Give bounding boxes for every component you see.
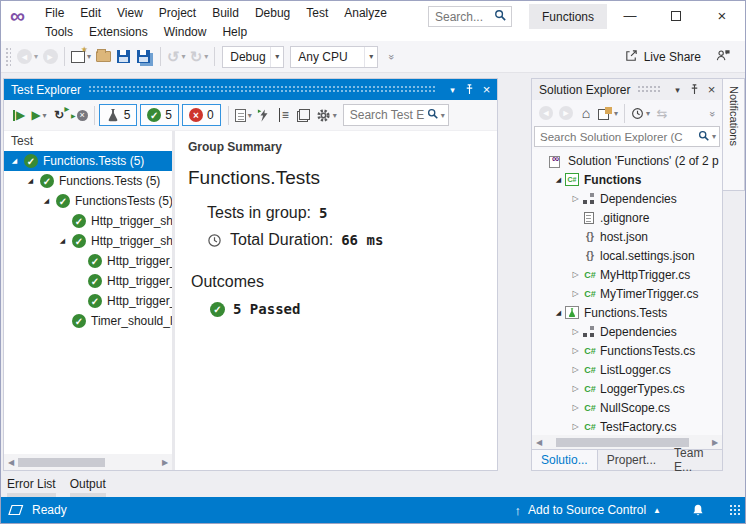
- passed-tests-filter-button[interactable]: ✓ 5: [140, 104, 179, 126]
- new-project-button[interactable]: ▾: [69, 45, 93, 69]
- solution-configuration-dropdown[interactable]: Debug ▾: [222, 46, 284, 68]
- test-explorer-search-box[interactable]: Search Test E ▾: [343, 104, 449, 126]
- scroll-left-icon[interactable]: ◀: [532, 438, 546, 447]
- expander-expanded-icon[interactable]: ◢: [24, 177, 37, 185]
- expander-collapsed-icon[interactable]: ▷: [569, 365, 582, 374]
- toolbar-overflow-button[interactable]: »: [381, 45, 401, 69]
- test-tree-column-header[interactable]: Test: [4, 131, 172, 151]
- maximize-button[interactable]: [653, 1, 699, 30]
- scroll-right-icon[interactable]: ▶: [158, 458, 172, 467]
- close-icon[interactable]: ×: [478, 82, 495, 97]
- solution-platform-dropdown[interactable]: Any CPU ▾: [290, 46, 378, 68]
- switch-views-button[interactable]: ▾: [596, 101, 620, 125]
- show-test-detail-button[interactable]: [294, 103, 314, 127]
- quick-launch-search[interactable]: Search...: [428, 6, 512, 27]
- tree-item[interactable]: ▷Dependencies: [532, 322, 722, 341]
- menu-item-window[interactable]: Window: [156, 23, 215, 41]
- tree-item[interactable]: ∞Solution 'Functions' (2 of 2 p: [532, 151, 722, 170]
- scroll-thumb[interactable]: [556, 438, 689, 447]
- menu-item-tools[interactable]: Tools: [37, 23, 81, 41]
- save-all-button[interactable]: [133, 45, 153, 69]
- navigate-forward-button[interactable]: ►: [40, 45, 60, 69]
- background-tasks-icon[interactable]: [8, 504, 24, 516]
- pin-icon[interactable]: [461, 84, 478, 95]
- expander-collapsed-icon[interactable]: ▷: [569, 346, 582, 355]
- group-by-button[interactable]: ≡: [274, 103, 294, 127]
- expander-collapsed-icon[interactable]: ▷: [569, 327, 582, 336]
- tree-item[interactable]: .gitignore: [532, 208, 722, 227]
- add-to-source-control-button[interactable]: ↑ Add to Source Control ▲: [515, 503, 662, 518]
- run-button[interactable]: ▶▾: [29, 103, 49, 127]
- expander-collapsed-icon[interactable]: ▷: [569, 403, 582, 412]
- tab-solution-explorer[interactable]: Solutio...: [532, 450, 598, 470]
- failed-tests-filter-button[interactable]: × 0: [182, 104, 221, 126]
- total-tests-filter-button[interactable]: 5: [99, 104, 138, 126]
- expander-expanded-icon[interactable]: ◢: [552, 176, 565, 184]
- live-share-button[interactable]: Live Share: [624, 48, 715, 66]
- home-button[interactable]: ⌂: [576, 101, 596, 125]
- scroll-left-icon[interactable]: ◀: [4, 458, 18, 467]
- close-button[interactable]: ×: [699, 1, 745, 30]
- menu-item-help[interactable]: Help: [214, 23, 255, 41]
- tab-team-explorer[interactable]: Team E...: [665, 450, 722, 470]
- tree-item[interactable]: ▷C#ListLogger.cs: [532, 360, 722, 379]
- horizontal-scrollbar[interactable]: ◀ ▶: [4, 454, 172, 470]
- scroll-thumb[interactable]: [18, 458, 105, 467]
- playlist-button[interactable]: ▾: [233, 103, 254, 127]
- toolbar-overflow-button[interactable]: »: [702, 101, 722, 125]
- expander-collapsed-icon[interactable]: ▷: [569, 384, 582, 393]
- menu-item-analyze[interactable]: Analyze: [336, 4, 395, 22]
- menu-item-extensions[interactable]: Extensions: [81, 23, 156, 41]
- expander-expanded-icon[interactable]: ◢: [40, 197, 53, 205]
- notifications-tab[interactable]: Notifications: [722, 78, 745, 191]
- expander-collapsed-icon[interactable]: ▷: [569, 289, 582, 298]
- tree-item[interactable]: ▷Dependencies: [532, 189, 722, 208]
- tree-item[interactable]: ◢C#Functions: [532, 170, 722, 189]
- tree-item[interactable]: ✓Http_trigger_sho: [4, 251, 172, 271]
- bell-icon[interactable]: [691, 503, 705, 518]
- solution-explorer-title-bar[interactable]: Solution Explorer ▾ ×: [532, 79, 722, 100]
- cancel-button[interactable]: ▶×: [69, 103, 90, 127]
- expander-collapsed-icon[interactable]: ▷: [569, 270, 582, 279]
- tree-item[interactable]: ✓Http_trigger_sho: [4, 291, 172, 311]
- sync-with-active-document-button[interactable]: ⇆: [652, 101, 672, 125]
- menu-item-debug[interactable]: Debug: [247, 4, 298, 22]
- tab-output[interactable]: Output: [70, 473, 106, 499]
- tree-item[interactable]: ▷C#NullScope.cs: [532, 398, 722, 417]
- tree-item[interactable]: ▷C#TestFactory.cs: [532, 417, 722, 435]
- expander-expanded-icon[interactable]: ◢: [552, 309, 565, 317]
- feedback-icon[interactable]: [715, 48, 731, 66]
- menu-item-view[interactable]: View: [109, 4, 151, 22]
- resize-grip[interactable]: [729, 504, 741, 516]
- pending-changes-filter-button[interactable]: ▾: [629, 101, 652, 125]
- navigate-back-button[interactable]: ◄: [536, 101, 556, 125]
- expander-collapsed-icon[interactable]: ▷: [569, 194, 582, 203]
- tree-item[interactable]: ✓Timer_should_log_: [4, 311, 172, 331]
- close-icon[interactable]: ×: [703, 82, 720, 97]
- save-button[interactable]: [113, 45, 133, 69]
- test-explorer-title-bar[interactable]: Test Explorer ▾ ×: [4, 79, 497, 100]
- tree-item[interactable]: ◢✓Http_trigger_shoul: [4, 231, 172, 251]
- tree-item[interactable]: {}host.json: [532, 227, 722, 246]
- tree-item[interactable]: ◢✓FunctionsTests (5): [4, 191, 172, 211]
- tab-properties[interactable]: Propert...: [598, 450, 665, 470]
- tree-item[interactable]: ▷C#MyHttpTrigger.cs: [532, 265, 722, 284]
- tab-error-list[interactable]: Error List: [7, 473, 56, 499]
- navigate-back-button[interactable]: ◄▾: [15, 45, 40, 69]
- tree-item[interactable]: ◢✓Functions.Tests (5): [4, 171, 172, 191]
- solution-explorer-search-box[interactable]: Search Solution Explorer (C ▾: [534, 126, 720, 147]
- pin-icon[interactable]: [686, 84, 703, 95]
- expander-expanded-icon[interactable]: ◢: [56, 237, 69, 245]
- toolbar-grip[interactable]: [5, 47, 11, 67]
- test-settings-button[interactable]: ▾: [314, 103, 339, 127]
- menu-item-build[interactable]: Build: [204, 4, 247, 22]
- menu-item-project[interactable]: Project: [151, 4, 204, 22]
- expander-expanded-icon[interactable]: ◢: [8, 157, 21, 165]
- tree-item[interactable]: ◢✓Functions.Tests (5): [4, 151, 172, 171]
- navigate-forward-button[interactable]: ►: [556, 101, 576, 125]
- menu-item-file[interactable]: File: [37, 4, 72, 22]
- tree-item[interactable]: ▷C#FunctionsTests.cs: [532, 341, 722, 360]
- redo-button[interactable]: ↻▾: [188, 45, 211, 69]
- tree-item[interactable]: ✓Http_trigger_shoul: [4, 211, 172, 231]
- window-position-icon[interactable]: ▾: [444, 85, 461, 95]
